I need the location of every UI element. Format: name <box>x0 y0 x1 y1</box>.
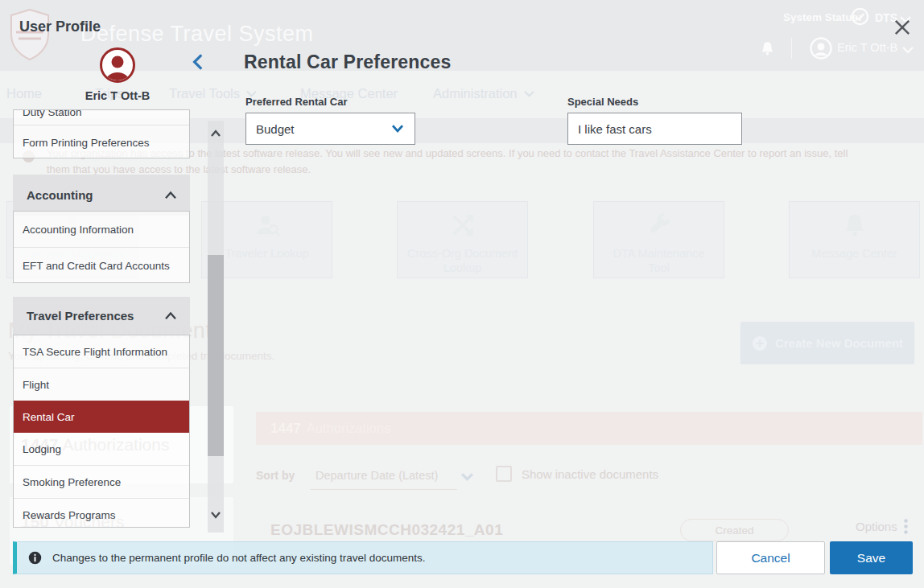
sidebar-group-accounting[interactable]: Accounting <box>13 175 190 216</box>
sidebar-box-accounting: Accounting Information EFT and Credit Ca… <box>13 211 190 283</box>
tile-dta-maintenance-tool: DTA Maintenance Tool <box>593 201 724 278</box>
tile-cross-org-document-lookup: Cross-Org Document Lookup <box>397 201 528 278</box>
kebab-menu-icon <box>904 519 908 534</box>
scroll-down-button[interactable] <box>209 508 222 521</box>
sidebar-item-lodging[interactable]: Lodging <box>14 433 189 465</box>
tile-message-center: Message Center <box>789 201 920 278</box>
document-status-badge: Created <box>680 519 789 541</box>
profile-change-note: Changes to the permanent profile do not … <box>13 541 713 574</box>
show-inactive-checkbox <box>496 466 512 482</box>
create-new-document-button: Create New Document <box>740 322 914 364</box>
sidebar-item-duty-station[interactable]: Duty Station <box>14 109 189 125</box>
bell-icon <box>841 212 868 241</box>
brand-title: Defense Travel System <box>80 22 314 47</box>
info-icon <box>28 551 42 565</box>
notifications-bell-icon <box>759 39 776 57</box>
sidebar-item-form-printing-preferences[interactable]: Form Printing Preferences <box>14 125 189 158</box>
chevron-up-icon <box>163 190 178 200</box>
page-title: Rental Car Preferences <box>244 51 452 73</box>
sidebar-item-accounting-information[interactable]: Accounting Information <box>14 212 189 247</box>
system-status-check-icon <box>851 7 869 26</box>
special-needs-input[interactable]: I like fast cars <box>567 113 742 145</box>
sort-chevron-icon <box>460 471 474 482</box>
header-user-chevron-icon <box>901 45 914 55</box>
sidebar-item-smoking-preference[interactable]: Smoking Preference <box>14 465 189 498</box>
modal-title: User Profile <box>19 19 101 35</box>
sidebar-item-rental-car[interactable]: Rental Car <box>13 401 190 433</box>
document-options-button: Options <box>856 519 908 534</box>
save-button[interactable]: Save <box>830 541 913 574</box>
chevron-up-icon <box>163 310 178 321</box>
nav-item-administration: Administration <box>433 86 535 101</box>
person-icon <box>102 51 133 80</box>
chevron-down-icon <box>390 123 405 134</box>
sidebar-group-travel-preferences[interactable]: Travel Preferences <box>13 297 190 335</box>
sidebar-item-rewards-programs[interactable]: Rewards Programs <box>14 498 189 528</box>
sort-by-label: Sort by <box>256 469 295 482</box>
authorizations-list-header: 1447 Authorizations <box>256 412 922 445</box>
plus-circle-icon <box>752 335 768 352</box>
scroll-up-button[interactable] <box>209 127 222 140</box>
system-status-label: System Status: <box>783 11 862 23</box>
profile-avatar <box>100 47 135 83</box>
nav-chevron-icon <box>523 89 535 98</box>
header-user-name: Eric T Ott-B <box>837 41 897 54</box>
special-needs-label: Special Needs <box>567 96 638 108</box>
profile-user-name: Eric T Ott-B <box>69 89 166 102</box>
preferred-rental-car-label: Preferred Rental Car <box>245 96 347 108</box>
nav-item-travel-tools: Travel Tools <box>169 86 258 101</box>
close-icon[interactable] <box>889 14 916 41</box>
sidebar-item-tsa-secure-flight[interactable]: TSA Secure Flight Information <box>14 335 189 368</box>
crossed-arrows-icon <box>449 212 476 241</box>
show-inactive-label: Show inactive documents <box>522 467 658 481</box>
nav-item-home: Home <box>6 86 42 101</box>
sidebar-item-flight[interactable]: Flight <box>14 368 189 401</box>
banner-text-line2: them that you have access to the latest … <box>47 163 311 175</box>
screen: Defense Travel System System Status: DTS… <box>0 0 924 588</box>
header-divider <box>791 38 792 59</box>
sort-select-underline <box>310 489 457 490</box>
cancel-button[interactable]: Cancel <box>716 541 825 574</box>
sort-by-select: Departure Date (Latest) <box>316 469 438 482</box>
sidebar-item-eft-credit-card[interactable]: EFT and Credit Card Accounts <box>14 247 189 283</box>
document-name: EOJBLEWISMCCH032421_A01 <box>270 521 503 539</box>
header-user-avatar <box>810 37 832 60</box>
sidebar-scrollbar-thumb[interactable] <box>208 255 224 456</box>
preferred-rental-car-select[interactable]: Budget <box>245 113 415 145</box>
back-chevron-icon[interactable] <box>188 51 209 72</box>
sidebar-box-top: Duty Station Form Printing Preferences <box>13 109 190 158</box>
wrench-icon <box>646 212 673 241</box>
person-search-icon <box>254 212 281 241</box>
sidebar-box-travel-preferences: TSA Secure Flight Information Flight Ren… <box>13 335 190 528</box>
